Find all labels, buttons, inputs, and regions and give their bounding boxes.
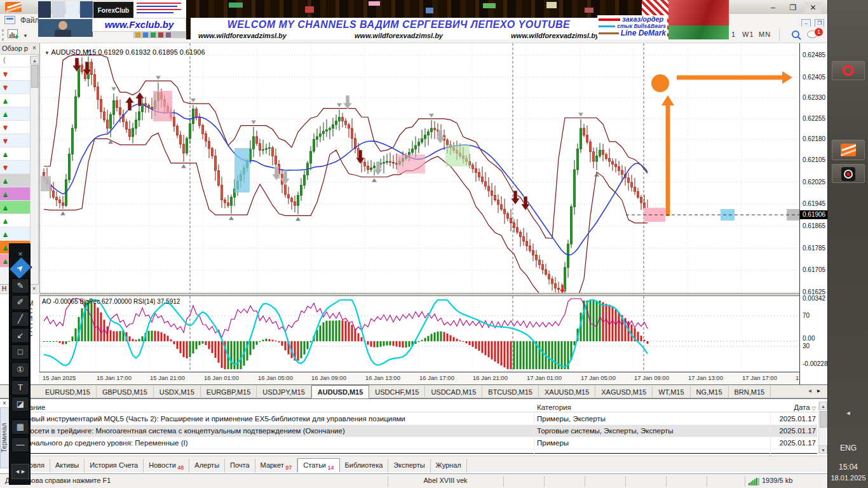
- article-title: Торговый инструментарий MQL5 (Часть 2): …: [13, 415, 405, 423]
- terminal-tab-эксперты[interactable]: Эксперты: [388, 459, 430, 473]
- time-tick-label: 17 Jan 09:00: [634, 374, 669, 381]
- new-chart-button[interactable]: + ▼: [8, 28, 29, 42]
- indicator-canvas[interactable]: [40, 296, 800, 372]
- chart-tab-usdx-m15[interactable]: USDX,M15: [154, 386, 201, 399]
- chart-tab-btcusd-m15[interactable]: BTCUSD,M15: [482, 386, 539, 399]
- market-watch-row[interactable]: ▼: [0, 121, 30, 134]
- market-watch-row[interactable]: ▼: [0, 81, 30, 94]
- market-watch-row[interactable]: ▲: [0, 201, 30, 214]
- scrollbar-thumb[interactable]: [820, 411, 827, 428]
- terminal-tab-статьи[interactable]: Статьи 14: [297, 458, 339, 472]
- eraser-tool[interactable]: ◪: [11, 396, 29, 412]
- marker-tool[interactable]: ✐: [11, 295, 29, 310]
- line-tool[interactable]: ╱: [11, 311, 29, 327]
- record-icon: [841, 167, 855, 181]
- terminal-tab-активы[interactable]: Активы: [50, 459, 85, 473]
- window-close-button[interactable]: ✕: [804, 2, 822, 13]
- pencil-tool[interactable]: ✎: [11, 278, 29, 294]
- arrow-tool[interactable]: ↙: [11, 328, 29, 343]
- indicator-pane[interactable]: [39, 296, 799, 372]
- time-tick-label: 15 Jan 21:00: [150, 374, 185, 381]
- clock-time[interactable]: 15:04: [828, 463, 868, 471]
- market-watch-scrollbar[interactable]: ▲: [30, 56, 38, 258]
- chart-tab-eurgbp-m15[interactable]: EURGBP,M15: [201, 386, 257, 399]
- market-watch-close-icon[interactable]: ×: [32, 44, 36, 51]
- scroll-up-icon[interactable]: ▲: [31, 56, 39, 64]
- chart-tab-usdjpy-m15[interactable]: USDJPY,M15: [257, 386, 311, 399]
- tabs-scroll-right-icon[interactable]: ▸: [817, 387, 820, 394]
- pan-tool[interactable]: ◄►: [11, 464, 29, 479]
- chart-tab-audusd-m15[interactable]: AUDUSD,M15: [311, 385, 370, 398]
- chart-tab-eurusd-m15[interactable]: EURUSD,M15: [39, 386, 97, 399]
- chart-tab-ng-m15[interactable]: NG,M15: [691, 386, 729, 399]
- market-watch-row[interactable]: ▲: [0, 187, 30, 201]
- chart-tab-wt-m15[interactable]: WT,M15: [653, 386, 690, 399]
- market-watch-row[interactable]: ▲: [0, 94, 30, 107]
- chart-tab-brn-m15[interactable]: BRN,M15: [729, 386, 771, 399]
- market-watch-row[interactable]: ▼: [0, 134, 30, 147]
- terminal-tab-журнал[interactable]: Журнал: [431, 459, 467, 473]
- notification-badge: 1: [815, 28, 823, 36]
- market-watch-row[interactable]: ▼: [0, 161, 30, 174]
- chart-tab-gbpusd-m15[interactable]: GBPUSD,M15: [97, 386, 154, 399]
- market-watch-row[interactable]: ▲: [0, 107, 30, 121]
- market-watch-row[interactable]: ▲: [0, 174, 30, 187]
- numbering-tool[interactable]: ①: [11, 362, 29, 377]
- terminal-close-icon[interactable]: ×: [3, 400, 6, 407]
- toolbar-grip[interactable]: [2, 29, 4, 41]
- column-date[interactable]: Дата ▽: [773, 403, 816, 411]
- timeframe-d1-button[interactable]: 1: [731, 30, 736, 38]
- market-watch-row[interactable]: ▲: [0, 227, 30, 241]
- window-minimize-button[interactable]: –: [764, 2, 782, 13]
- article-row[interactable]: Нейросети в трейдинге: Многоагентная сис…: [10, 425, 817, 437]
- tabs-scroll-left-icon[interactable]: ◂: [808, 387, 811, 394]
- opera-browser-button[interactable]: [832, 61, 865, 80]
- menu-file[interactable]: Файл: [20, 16, 39, 25]
- search-icon[interactable]: [790, 29, 802, 41]
- navigator-close-icon[interactable]: ×: [32, 285, 36, 292]
- language-indicator[interactable]: ENG: [828, 444, 868, 452]
- chart-tab-xagusd-m15[interactable]: XAGUSD,M15: [595, 386, 653, 399]
- article-category: Примеры: [537, 439, 569, 447]
- screen-recorder-button[interactable]: [832, 164, 865, 183]
- arrow-up-icon: ▲: [2, 96, 9, 105]
- terminal-tab-алерты[interactable]: Алерты: [189, 459, 225, 473]
- terminal-tab-маркет[interactable]: Маркет 97: [255, 459, 298, 473]
- metatrader-taskbar-button[interactable]: [832, 140, 865, 160]
- scroll-down-icon[interactable]: ▼: [819, 445, 827, 454]
- terminal-tabs-bar: ТорговляАктивыИстория СчетаНовости 48Але…: [10, 456, 827, 472]
- scroll-up-icon[interactable]: ▲: [819, 402, 827, 410]
- market-watch-row[interactable]: ▲: [0, 147, 30, 161]
- article-row[interactable]: Торговый инструментарий MQL5 (Часть 2): …: [10, 413, 817, 425]
- price-axis[interactable]: 0.624850.624050.623300.622550.621800.621…: [799, 43, 827, 384]
- article-title: От начального до среднего уровня: Переме…: [13, 439, 188, 447]
- window-maximize-button[interactable]: ❐: [784, 2, 801, 13]
- terminal-tab-история-счета[interactable]: История Счета: [85, 459, 144, 473]
- terminal-tab-библиотека[interactable]: Библиотека: [340, 459, 389, 473]
- chart-window-icon: [4, 16, 15, 24]
- chart-tab-xauusd-m15[interactable]: XAUUSD,M15: [539, 386, 595, 399]
- chart-plot-area[interactable]: [39, 43, 799, 294]
- chart-tab-usdcad-m15[interactable]: USDCAD,M15: [425, 386, 482, 399]
- terminal-tab-почта[interactable]: Почта: [225, 459, 255, 473]
- timeframe-mn-button[interactable]: MN: [759, 30, 771, 38]
- tray-expand-icon[interactable]: ◄: [828, 410, 868, 416]
- text-tool[interactable]: T: [11, 380, 29, 395]
- rectangle-tool[interactable]: □: [11, 344, 29, 360]
- time-axis[interactable]: 15 Jan 202515 Jan 17:0015 Jan 21:0016 Ja…: [39, 372, 799, 384]
- symbol-dropdown-icon[interactable]: ▼: [44, 50, 50, 56]
- chart-tab-usdchf-m15[interactable]: USDCHF,M15: [369, 386, 425, 399]
- market-watch-row[interactable]: ▲: [0, 214, 30, 227]
- market-watch-row[interactable]: ▼: [0, 67, 30, 81]
- timeframe-w1-button[interactable]: W1: [742, 30, 754, 38]
- thickness-tool[interactable]: —: [11, 437, 29, 452]
- article-row[interactable]: От начального до среднего уровня: Переме…: [10, 437, 817, 449]
- terminal-side-tab[interactable]: Терминал: [0, 407, 10, 468]
- terminal-scrollbar[interactable]: ▲ ▼: [818, 402, 827, 454]
- clock-date[interactable]: 18.01.2025: [828, 474, 868, 482]
- pattern-tool[interactable]: ▦: [11, 419, 29, 435]
- price-chart-canvas[interactable]: [40, 43, 800, 294]
- terminal-tab-новости[interactable]: Новости 48: [144, 459, 189, 473]
- scrollbar-thumb[interactable]: [31, 65, 38, 88]
- column-category[interactable]: Категория: [537, 403, 571, 411]
